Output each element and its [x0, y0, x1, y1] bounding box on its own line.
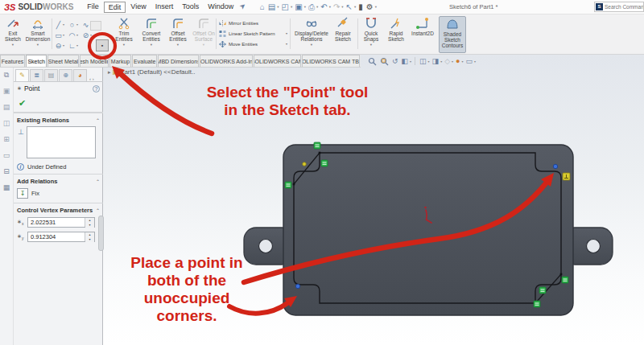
slot-tool-button[interactable]: ⊖▾ [54, 40, 68, 51]
open-icon[interactable]: ◰ [282, 1, 289, 14]
tab-display-manager[interactable]: ◕ [73, 69, 87, 81]
tree-expand-icon[interactable]: ▸ [108, 69, 111, 76]
smart-dimension-caret-icon[interactable]: ▾ [37, 43, 39, 47]
tab-markup[interactable]: Markup [109, 55, 132, 67]
move-entities-button[interactable]: Move Entities ▾ [218, 39, 287, 49]
part-model[interactable] [103, 55, 644, 345]
rectangle-tool-button[interactable]: ▭▾ [54, 30, 68, 40]
tree-strip-icon[interactable]: ◫ [3, 119, 10, 127]
fillet-caret-icon[interactable]: ▾ [76, 43, 78, 47]
instant2d-button[interactable]: Instant2D [410, 16, 436, 53]
tree-strip-icon[interactable]: ⊞ [3, 135, 10, 143]
tree-strip-icon[interactable]: ⧉ [4, 71, 9, 79]
collapse-chevron-icon[interactable]: ⌃ [96, 207, 100, 213]
mirror-entities-button[interactable]: Mirror Entities [218, 18, 287, 28]
trim-caret-icon[interactable]: ▾ [123, 43, 125, 47]
new-document-icon[interactable]: ▤ [268, 1, 275, 14]
display-style-caret-icon[interactable]: ▾ [440, 60, 442, 64]
relation-badge-icon[interactable] [534, 301, 540, 307]
spin-down-icon[interactable]: ▾ [85, 237, 94, 242]
linear-sketch-pattern-button[interactable]: Linear Sketch Pattern ▾ [218, 28, 287, 39]
pin-menu-icon[interactable]: ➤ [238, 1, 250, 14]
redo-caret-icon[interactable]: ▾ [341, 5, 343, 9]
ellipse-caret-icon[interactable]: ▾ [90, 33, 92, 37]
display-delete-caret-icon[interactable]: ▾ [311, 43, 312, 47]
search-input[interactable] [605, 4, 644, 10]
x-coordinate-input[interactable] [28, 218, 85, 227]
smart-dimension-button[interactable]: Smart Dimension ▾ [25, 16, 51, 53]
tree-strip-icon[interactable]: ▭ [3, 151, 10, 159]
appearance-caret-icon[interactable]: ▾ [462, 60, 464, 64]
tab-mbd-dimensions[interactable]: MBD Dimensions [158, 55, 199, 67]
tree-strip-icon[interactable]: ⊟ [3, 167, 10, 175]
x-spinner[interactable]: ▴▾ [85, 218, 94, 227]
tab-solidworks-add-ins[interactable]: SOLIDWORKS Add-Ins [200, 55, 253, 67]
fix-relation-badge-icon[interactable] [563, 173, 570, 180]
quick-snaps-button[interactable]: Quick Snaps ▾ [360, 16, 382, 53]
collapse-chevron-icon[interactable]: ⌃ [96, 117, 100, 123]
relation-badge-icon[interactable] [314, 142, 320, 149]
tree-strip-icon[interactable]: ▣ [3, 87, 10, 95]
convert-entities-button[interactable]: Convert Entities ▾ [138, 16, 165, 53]
search-commands-box[interactable]: S [594, 2, 644, 12]
undo-icon[interactable]: ↶ [320, 1, 327, 14]
rapid-sketch-button[interactable]: Rapid Sketch [384, 16, 408, 53]
graphics-area[interactable]: ↺ ◧▾ ◫▾ ◨▾ ◇▾ ●▾ ▭▾ ▸ ▣ Part1 (Default) … [103, 55, 644, 345]
menu-view[interactable]: View [126, 2, 150, 13]
save-caret-icon[interactable]: ▾ [304, 5, 306, 9]
tree-strip-icon[interactable]: ▤ [3, 103, 10, 111]
relations-listbox[interactable] [27, 126, 96, 158]
relation-badge-icon[interactable] [321, 160, 328, 166]
options-caret-icon[interactable]: ▾ [375, 5, 377, 9]
shaded-sketch-contours-button[interactable]: Shaded Sketch Contours [439, 16, 466, 53]
line-tool-button[interactable]: ╱▾ [54, 19, 68, 30]
display-delete-relations-button[interactable]: Display/Delete Relations ▾ [292, 16, 331, 53]
line-caret-icon[interactable]: ▾ [63, 23, 64, 27]
relation-badge-icon[interactable] [562, 277, 568, 283]
tab-mesh-modeling[interactable]: Mesh Modeling [80, 55, 109, 67]
repair-sketch-button[interactable]: Repair Sketch [331, 16, 355, 53]
tab-dimxpert-manager[interactable]: ⊕ [59, 69, 72, 81]
undo-caret-icon[interactable]: ▾ [329, 5, 331, 9]
select-caret-icon[interactable]: ▾ [354, 5, 356, 9]
trim-entities-button[interactable]: Trim Entities ▾ [110, 16, 138, 53]
tab-solidworks-cam-tbm[interactable]: SOLIDWORKS CAM TBM [302, 55, 360, 67]
view-orientation-icon[interactable]: ◫ [419, 56, 427, 66]
section-view-icon[interactable]: ◧ [402, 56, 409, 66]
arc-tool-button[interactable]: ◠▾ [68, 30, 81, 40]
select-icon[interactable]: ↖ [346, 1, 353, 14]
sketch-point-top-right[interactable] [553, 164, 557, 168]
tab-sheet-metal[interactable]: Sheet Metal [47, 55, 78, 67]
fillet-tool-button[interactable]: ∟▾ [68, 40, 81, 51]
zoom-to-fit-icon[interactable] [368, 57, 377, 66]
point-tool-button[interactable]: ▪ [96, 39, 109, 51]
hide-show-items-icon[interactable]: ◇ [444, 56, 450, 66]
tab-configuration-manager[interactable]: ▤ [44, 69, 58, 81]
quick-snaps-caret-icon[interactable]: ▾ [370, 43, 372, 47]
help-icon[interactable]: ? [93, 85, 100, 92]
existing-relations-header[interactable]: Existing Relations ⌃ [14, 113, 103, 125]
hide-show-caret-icon[interactable]: ▾ [452, 60, 453, 64]
convert-caret-icon[interactable]: ▾ [151, 43, 152, 47]
part-body[interactable] [283, 145, 573, 315]
offset-caret-icon[interactable]: ▾ [177, 43, 179, 47]
menu-tools[interactable]: Tools [178, 2, 203, 13]
ellipse-tool-button[interactable]: ⊘▾ [81, 30, 95, 40]
exit-sketch-caret-icon[interactable]: ▾ [12, 43, 14, 47]
collapse-chevron-icon[interactable]: ⌃ [96, 179, 100, 184]
panel-splitter-handle[interactable] [98, 216, 104, 251]
y-spinner[interactable]: ▴▾ [85, 232, 94, 241]
relation-badge-icon[interactable] [539, 287, 546, 294]
save-icon[interactable]: ▣ [295, 1, 302, 14]
view-settings-caret-icon[interactable]: ▾ [474, 60, 476, 64]
menu-insert[interactable]: Insert [151, 2, 178, 13]
tab-property-manager[interactable]: ✎ [15, 69, 29, 81]
offset-entities-button[interactable]: Offset Entities ▾ [165, 16, 191, 53]
tab-solidworks-cam[interactable]: SOLIDWORKS CAM [254, 55, 301, 67]
y-coordinate-field[interactable]: ▴▾ [27, 232, 95, 242]
tab-features[interactable]: Features [0, 55, 25, 67]
feature-tree-flyout[interactable]: ▸ ▣ Part1 (Default) <<Default.. [108, 68, 195, 76]
tab-sketch[interactable]: Sketch [26, 55, 47, 67]
view-settings-icon[interactable]: ▭ [466, 56, 473, 66]
sketch-point-bottom-left[interactable] [295, 284, 299, 288]
